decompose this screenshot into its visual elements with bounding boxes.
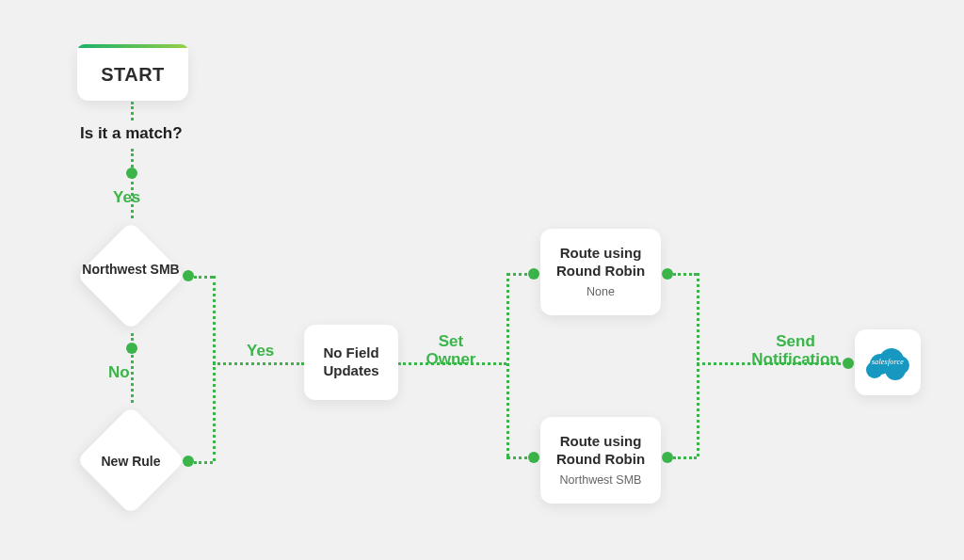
- start-label: START: [101, 64, 165, 86]
- route-bottom-sub: Northwest SMB: [560, 473, 642, 488]
- no-label: No: [108, 363, 130, 382]
- route-top-title: Route using Round Robin: [550, 245, 651, 280]
- diamond-new-rule: New Rule: [73, 403, 188, 518]
- route-top-sub: None: [586, 285, 615, 299]
- send-notification-label: Send Notification: [744, 333, 847, 368]
- route-bottom-title: Route using Round Robin: [550, 433, 651, 469]
- question-label: Is it a match?: [80, 124, 183, 143]
- node-route-bottom: Route using Round Robin Northwest SMB: [540, 417, 661, 504]
- salesforce-icon: salesforce: [866, 348, 909, 376]
- yes-label-mid: Yes: [247, 342, 274, 360]
- yes-label-top: Yes: [113, 188, 140, 207]
- node-no-field-updates: No Field Updates: [304, 325, 398, 400]
- no-field-updates-title: No Field Updates: [313, 344, 389, 380]
- diamond-northwest-smb: Northwest SMB: [73, 218, 188, 333]
- node-salesforce: salesforce: [855, 329, 921, 395]
- set-owner-label: Set Owner: [418, 333, 484, 368]
- salesforce-icon-label: salesforce: [866, 358, 909, 366]
- start-node: START: [77, 48, 188, 101]
- node-route-top: Route using Round Robin None: [540, 229, 661, 315]
